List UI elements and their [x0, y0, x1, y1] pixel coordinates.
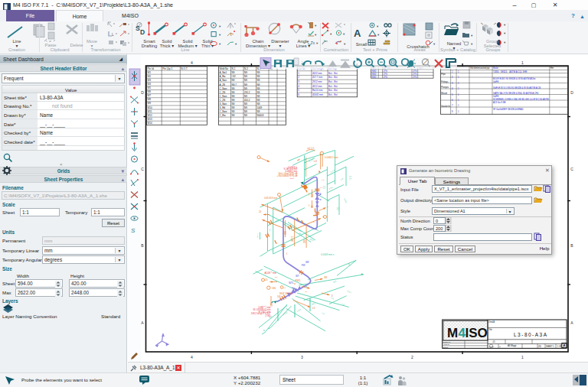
svg-text:N9: N9: [244, 83, 247, 86]
svg-text:C_Nwn: C_Nwn: [220, 110, 227, 113]
svg-text:w8: w8: [275, 276, 278, 278]
svg-text:3 8.2: 3 8.2: [347, 289, 352, 294]
svg-text:B: B: [141, 243, 144, 248]
svg-text:N9: N9: [257, 99, 260, 102]
svg-text:BOLR ELBO 90 SE32B & W 80: BOLR ELBO 90 SE32B & W 80 ASTM A53w: [493, 77, 536, 80]
svg-text:1: 1: [458, 82, 459, 85]
svg-text:180: 180: [272, 287, 276, 290]
svg-text:Fittings: Fittings: [441, 80, 449, 83]
svg-text:2912 mm: 2912 mm: [312, 80, 322, 83]
svg-text:8.3: 8.3: [333, 279, 337, 283]
svg-text:5: 5: [298, 89, 299, 92]
svg-text:0 8.5: 0 8.5: [343, 198, 348, 203]
svg-text:-: -: [508, 341, 508, 343]
svg-text:W14: W14: [148, 122, 153, 125]
svg-text:But - But: But - But: [328, 72, 338, 75]
svg-text:24: 24: [259, 210, 262, 213]
svg-text:24: 24: [265, 278, 268, 281]
svg-text:N9.7: N9.7: [232, 83, 237, 86]
svg-text:w2 1:5: w2 1:5: [308, 147, 315, 150]
svg-text:1.3: 1.3: [340, 177, 344, 180]
svg-text:Std dimensioned pip: Std dimensioned pip: [470, 67, 490, 70]
svg-text:1.3: 1.3: [271, 249, 273, 252]
svg-text:N9: N9: [244, 106, 247, 109]
svg-text:▾: ▾: [315, 33, 317, 37]
svg-text:N9: N9: [232, 91, 235, 94]
svg-text:▾: ▾: [343, 32, 345, 36]
svg-text:0.0068.2 mm: 0.0068.2 mm: [325, 156, 338, 159]
svg-text:N9: N9: [244, 95, 247, 98]
svg-text:8: 8: [332, 294, 333, 298]
svg-text:W7: W7: [148, 94, 152, 97]
svg-text:W1: W1: [148, 71, 152, 74]
svg-text:1: 1: [458, 76, 459, 79]
svg-text:1 OF: 1 OF: [557, 345, 562, 348]
svg-text:w: w: [294, 282, 296, 285]
svg-text:+7b4 6/4800/7979) uB: +7b4 6/4800/7979) uB: [277, 174, 298, 177]
svg-text:C: C: [141, 167, 144, 171]
svg-text:FW1: FW1: [296, 279, 301, 282]
svg-text:w: w: [320, 198, 322, 201]
svg-text:W10: W10: [148, 106, 153, 109]
svg-text:(7b4): (7b4): [289, 177, 294, 180]
svg-text:A_Rw: A_Rw: [220, 75, 227, 78]
svg-text:N9: N9: [257, 110, 260, 113]
svg-text:N9: N9: [257, 87, 260, 90]
svg-text:C_Nwn: C_Nwn: [220, 95, 227, 98]
svg-text:2.5: 2.5: [322, 311, 325, 315]
svg-text:▾: ▾: [235, 42, 237, 46]
svg-text:W5: W5: [148, 86, 152, 89]
svg-text:1: 1: [521, 60, 524, 65]
svg-text:A: A: [354, 28, 361, 39]
svg-text:D: D: [570, 90, 573, 95]
svg-text:3: 3: [452, 82, 453, 85]
svg-text:A: A: [570, 320, 573, 325]
svg-text:Gasket b: Gasket b: [441, 105, 450, 108]
svg-text:N9: N9: [244, 110, 247, 113]
svg-text:▾: ▾: [219, 24, 221, 28]
svg-text:150: 150: [308, 192, 310, 196]
svg-text:N9: N9: [232, 102, 235, 106]
svg-text:N-2: N-2: [244, 67, 248, 70]
svg-text:-01: -01: [492, 340, 495, 343]
svg-text:But - But: But - But: [328, 80, 338, 83]
svg-text:N9: N9: [257, 83, 260, 86]
svg-text:Rm: Rm: [550, 67, 554, 70]
svg-text:A_Nwn: A_Nwn: [220, 79, 227, 82]
svg-text:S: S: [131, 227, 136, 234]
svg-text:05.2: 05.2: [275, 219, 280, 223]
svg-text:T4W0 SE324 ASTM A CQL SHE: T4W0 SE324 ASTM A CQL SHE: [493, 70, 527, 73]
svg-text:3.2: 3.2: [336, 207, 339, 210]
svg-text:W3: W3: [148, 79, 152, 82]
svg-text:I-92: I-92: [232, 75, 237, 78]
svg-text:08: 08: [286, 252, 288, 255]
svg-text:150: 150: [311, 194, 314, 197]
svg-text:W8: W8: [148, 98, 152, 101]
svg-text:4: 4: [298, 85, 299, 88]
svg-text:1 0.3: 1 0.3: [283, 311, 288, 316]
svg-text:1: 1: [298, 72, 299, 75]
svg-text:N9: N9: [232, 99, 235, 102]
svg-text:457.7 mm: 457.7 mm: [312, 76, 323, 79]
svg-text:N0003: N0003: [257, 114, 264, 117]
svg-text:▾: ▾: [330, 32, 332, 36]
svg-text:N9: N9: [257, 102, 260, 106]
svg-text:1 1.3: 1 1.3: [330, 169, 335, 174]
svg-text:1: 1: [521, 355, 524, 359]
svg-text:3: 3: [298, 80, 299, 83]
svg-text:108: 108: [277, 295, 281, 298]
svg-text:3F GwGdWEF SE32E2d BRA: 3F GwGdWEF SE32E2d BRAG: [493, 108, 523, 111]
svg-text:05.1: 05.1: [269, 229, 271, 233]
svg-text:Make: Make: [493, 67, 498, 70]
svg-text:2: 2: [452, 76, 453, 79]
svg-text:A: A: [141, 320, 144, 325]
svg-text:27%: 27%: [413, 76, 417, 79]
svg-text:▾: ▾: [471, 42, 473, 46]
svg-text:1 7.4: 1 7.4: [348, 176, 351, 180]
svg-text:Weld No: Weld No: [220, 67, 229, 70]
svg-text:SldPcR W S.O W0 80 SE32B & W: SldPcR W S.O W0 80 SE32B & W 80 ASTM A C…: [493, 86, 541, 89]
svg-text:291.2: 291.2: [244, 91, 250, 94]
svg-text:▾: ▾: [504, 31, 506, 35]
svg-text:451.2: 451.2: [244, 99, 250, 102]
svg-text:4612 mm: 4612 mm: [312, 85, 322, 88]
